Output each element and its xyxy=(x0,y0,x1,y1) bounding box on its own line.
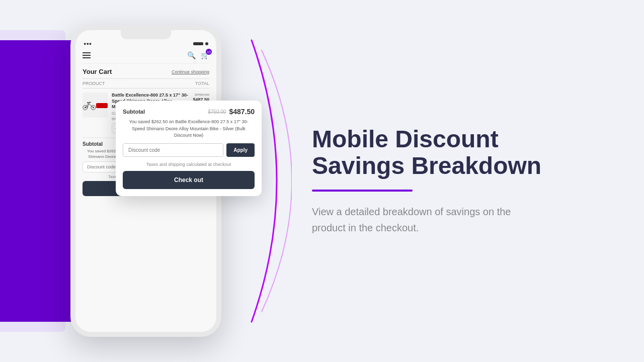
title-line2: Savings Breakdown xyxy=(312,152,541,179)
cart-title: Your Cart xyxy=(83,68,112,75)
product-image xyxy=(83,93,108,118)
subtitle-text: View a detailed breakdown of savings on … xyxy=(312,204,523,236)
phone-notch xyxy=(121,30,171,39)
product-table-header: PRODUCT TOTAL xyxy=(83,78,209,88)
main-title: Mobile Discount Savings Breakdown xyxy=(312,126,614,179)
popup-subtotal-row: Subtotal $750.00 $487.50 xyxy=(123,108,255,116)
popup-card: Subtotal $750.00 $487.50 You saved $262.… xyxy=(116,101,262,196)
header-icons: 🔍 🛒 10 xyxy=(187,51,209,59)
brand-logo xyxy=(96,103,108,108)
popup-discounted-price: $487.50 xyxy=(229,108,255,116)
bike-icon xyxy=(83,95,96,115)
product-total-strike: $750.00 xyxy=(193,93,209,97)
popup-tax-info: Taxes and shipping calculated at checkou… xyxy=(123,162,255,167)
status-bar-dot xyxy=(205,42,208,45)
status-bar-left: ●●● xyxy=(84,41,92,46)
popup-discount-row: Apply xyxy=(123,143,255,157)
status-bar-right xyxy=(193,42,208,45)
search-icon[interactable]: 🔍 xyxy=(187,51,196,59)
popup-savings-text: You saved $262.50 on Battle Excellence-8… xyxy=(123,119,255,139)
subtotal-label: Subtotal xyxy=(83,141,103,147)
popup-subtotal-label: Subtotal xyxy=(123,109,145,115)
popup-prices: $750.00 $487.50 xyxy=(208,108,255,116)
popup-checkout-btn[interactable]: Check out xyxy=(123,171,255,189)
popup-original-price: $750.00 xyxy=(208,109,226,115)
title-underline xyxy=(312,190,413,192)
phone-header: 🔍 🛒 10 xyxy=(83,49,209,64)
total-col-header: TOTAL xyxy=(195,81,209,86)
popup-discount-input[interactable] xyxy=(123,143,223,157)
popup-apply-btn[interactable]: Apply xyxy=(226,143,255,157)
continue-shopping-link[interactable]: Continue shopping xyxy=(172,69,209,74)
status-bar-indicator xyxy=(193,42,203,45)
right-panel: Mobile Discount Savings Breakdown View a… xyxy=(292,96,644,266)
cart-title-row: Your Cart Continue shopping xyxy=(83,64,209,78)
hamburger-icon[interactable] xyxy=(83,52,91,58)
left-panel: ●●● 🔍 🛒 10 xyxy=(0,0,292,362)
product-col-header: PRODUCT xyxy=(83,81,105,86)
title-line1: Mobile Discount xyxy=(312,126,499,152)
cart-badge-count: 10 xyxy=(206,49,212,55)
cart-icon[interactable]: 🛒 10 xyxy=(201,51,209,59)
